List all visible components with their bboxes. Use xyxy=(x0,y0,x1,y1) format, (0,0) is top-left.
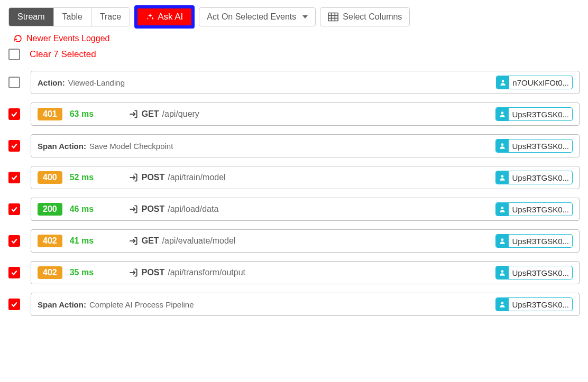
svg-point-10 xyxy=(501,238,504,241)
user-id: UpsR3TGSK0... xyxy=(509,173,572,182)
clear-selected-link[interactable]: Clear 7 Selected xyxy=(30,49,96,60)
status-badge: 400 xyxy=(38,171,62,184)
user-id: UpsR3TGSK0... xyxy=(509,237,572,246)
event-card[interactable]: Action:Viewed-Landingn7OUKxIFOt0... xyxy=(31,71,580,94)
event-row: 40235 msPOST/api/transform/outputUpsR3TG… xyxy=(8,261,580,284)
svg-point-6 xyxy=(501,111,504,114)
event-row: 20046 msPOST/api/load/dataUpsR3TGSK0... xyxy=(8,198,580,221)
toolbar: Stream Table Trace Ask AI Act On Selecte… xyxy=(8,5,580,29)
duration-label: 46 ms xyxy=(70,204,99,214)
refresh-icon xyxy=(14,34,22,43)
event-checkbox[interactable] xyxy=(8,203,20,215)
tab-trace[interactable]: Trace xyxy=(91,8,130,26)
status-badge: 200 xyxy=(38,203,62,216)
select-columns-button[interactable]: Select Columns xyxy=(320,7,410,26)
event-card[interactable]: 40241 msGET/api/evaluate/modelUpsR3TGSK0… xyxy=(31,229,580,253)
action-text: Save Model Checkpoint xyxy=(89,142,173,151)
user-badge[interactable]: n7OUKxIFOt0... xyxy=(496,76,573,89)
user-badge[interactable]: UpsR3TGSK0... xyxy=(495,171,573,184)
svg-point-8 xyxy=(501,175,504,178)
duration-label: 41 ms xyxy=(70,236,99,246)
http-path: /api/transform/output xyxy=(168,268,245,277)
user-icon xyxy=(496,203,509,216)
user-badge[interactable]: UpsR3TGSK0... xyxy=(495,266,573,279)
tab-stream[interactable]: Stream xyxy=(9,8,54,26)
user-id: UpsR3TGSK0... xyxy=(509,300,572,309)
event-checkbox[interactable] xyxy=(8,140,20,152)
event-row: 40163 msGET/api/queryUpsR3TGSK0... xyxy=(8,103,580,126)
user-icon xyxy=(496,171,509,184)
http-method: GET xyxy=(142,236,159,246)
user-icon xyxy=(496,139,509,152)
request-label: POST/api/train/model xyxy=(128,172,226,183)
user-id: UpsR3TGSK0... xyxy=(509,142,572,151)
http-method: GET xyxy=(142,109,159,119)
svg-point-12 xyxy=(501,302,504,304)
event-checkbox[interactable] xyxy=(8,267,20,278)
user-badge[interactable]: UpsR3TGSK0... xyxy=(495,234,573,248)
user-id: UpsR3TGSK0... xyxy=(509,268,572,277)
ask-ai-button[interactable]: Ask AI xyxy=(137,8,191,25)
request-label: GET/api/query xyxy=(128,109,199,119)
event-checkbox[interactable] xyxy=(8,172,20,183)
select-columns-label: Select Columns xyxy=(343,12,402,22)
duration-label: 52 ms xyxy=(70,173,99,182)
action-text: Viewed-Landing xyxy=(68,78,125,87)
status-badge: 402 xyxy=(38,266,62,279)
svg-point-5 xyxy=(502,80,504,82)
user-id: UpsR3TGSK0... xyxy=(509,205,572,214)
action-label: Action: xyxy=(38,78,65,87)
user-icon xyxy=(496,108,509,120)
user-badge[interactable]: UpsR3TGSK0... xyxy=(495,297,573,311)
user-badge[interactable]: UpsR3TGSK0... xyxy=(495,139,573,153)
http-path: /api/query xyxy=(162,109,199,119)
event-card[interactable]: 40052 msPOST/api/train/modelUpsR3TGSK0..… xyxy=(31,166,580,189)
action-label: Span Action: xyxy=(38,142,86,151)
event-row: Span Action:Save Model CheckpointUpsR3TG… xyxy=(8,134,580,157)
event-checkbox[interactable] xyxy=(8,77,20,88)
event-card[interactable]: 40235 msPOST/api/transform/outputUpsR3TG… xyxy=(31,261,580,284)
event-row: 40241 msGET/api/evaluate/modelUpsR3TGSK0… xyxy=(8,229,580,253)
svg-point-11 xyxy=(501,270,504,273)
user-id: n7OUKxIFOt0... xyxy=(509,78,572,87)
clear-selected-row: Clear 7 Selected xyxy=(8,49,580,60)
svg-rect-0 xyxy=(328,13,338,21)
events-list: Action:Viewed-Landingn7OUKxIFOt0...40163… xyxy=(8,71,580,316)
user-icon xyxy=(496,235,509,247)
ask-ai-label: Ask AI xyxy=(158,12,183,22)
refresh-events-link[interactable]: Newer Events Logged xyxy=(14,34,580,43)
event-row: 40052 msPOST/api/train/modelUpsR3TGSK0..… xyxy=(8,166,580,189)
request-icon xyxy=(128,172,139,183)
act-on-selected-button[interactable]: Act On Selected Events xyxy=(199,7,316,26)
user-badge[interactable]: UpsR3TGSK0... xyxy=(495,202,573,216)
event-card[interactable]: 20046 msPOST/api/load/dataUpsR3TGSK0... xyxy=(31,198,580,221)
user-badge[interactable]: UpsR3TGSK0... xyxy=(495,107,573,121)
select-all-checkbox[interactable] xyxy=(8,49,20,60)
http-method: POST xyxy=(142,173,165,182)
http-method: POST xyxy=(142,268,165,277)
request-icon xyxy=(128,236,139,246)
duration-label: 35 ms xyxy=(70,268,99,277)
ask-ai-highlight: Ask AI xyxy=(134,5,195,29)
http-method: POST xyxy=(142,204,165,214)
duration-label: 63 ms xyxy=(70,109,99,119)
request-icon xyxy=(128,109,139,119)
status-badge: 401 xyxy=(38,108,62,120)
event-row: Span Action:Complete AI Process Pipeline… xyxy=(8,293,580,316)
svg-point-9 xyxy=(501,207,504,209)
event-card[interactable]: Span Action:Complete AI Process Pipeline… xyxy=(31,293,580,316)
tab-table[interactable]: Table xyxy=(54,8,91,26)
user-id: UpsR3TGSK0... xyxy=(509,110,572,119)
event-checkbox[interactable] xyxy=(8,108,20,120)
request-icon xyxy=(128,267,139,278)
event-card[interactable]: Span Action:Save Model CheckpointUpsR3TG… xyxy=(31,134,580,157)
request-label: POST/api/load/data xyxy=(128,204,219,215)
user-icon xyxy=(496,298,509,311)
event-checkbox[interactable] xyxy=(8,299,20,310)
event-card[interactable]: 40163 msGET/api/queryUpsR3TGSK0... xyxy=(31,103,580,126)
event-checkbox[interactable] xyxy=(8,235,20,247)
event-row: Action:Viewed-Landingn7OUKxIFOt0... xyxy=(8,71,580,94)
user-icon xyxy=(496,266,509,279)
sparkle-icon xyxy=(146,13,154,21)
http-path: /api/train/model xyxy=(168,173,225,182)
